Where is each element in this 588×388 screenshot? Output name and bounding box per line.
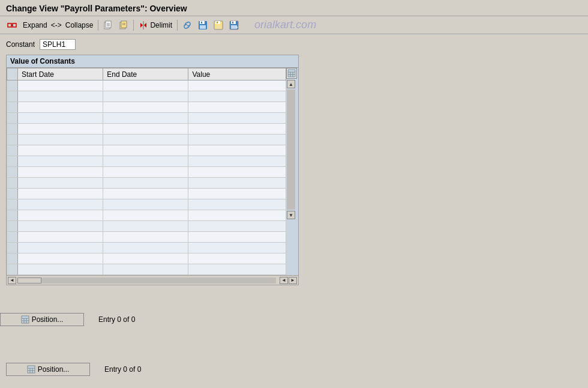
table-row[interactable] (7, 91, 286, 102)
cell-end-date[interactable] (103, 124, 188, 135)
cell-value[interactable] (188, 91, 286, 102)
table-row[interactable] (7, 264, 286, 275)
cell-start-date[interactable] (18, 113, 103, 124)
cell-value[interactable] (188, 145, 286, 156)
table-row[interactable] (7, 124, 286, 135)
cell-end-date[interactable] (103, 189, 188, 199)
table-row[interactable] (7, 135, 286, 145)
row-selector-cell (7, 253, 18, 264)
cell-start-date[interactable] (18, 243, 103, 253)
cell-end-date[interactable] (103, 91, 188, 102)
cell-start-date[interactable] (18, 156, 103, 167)
cell-value[interactable] (188, 135, 286, 145)
table-row[interactable] (7, 145, 286, 156)
cell-end-date[interactable] (103, 145, 188, 156)
row-selector-header (7, 68, 18, 80)
link-button[interactable] (180, 19, 194, 31)
cell-start-date[interactable] (18, 221, 103, 232)
table-row[interactable] (7, 178, 286, 189)
table-row[interactable] (7, 156, 286, 167)
table-row[interactable] (7, 221, 286, 232)
cell-value[interactable] (188, 253, 286, 264)
cell-end-date[interactable] (103, 156, 188, 167)
table-row[interactable] (7, 80, 286, 91)
cell-value[interactable] (188, 102, 286, 113)
cell-value[interactable] (188, 232, 286, 243)
cell-value[interactable] (188, 80, 286, 91)
column-settings-icon[interactable] (286, 68, 297, 79)
position-button-fixed[interactable]: Position... (6, 363, 90, 376)
scroll-down-btn[interactable]: ▼ (287, 211, 295, 219)
cell-start-date[interactable] (18, 102, 103, 113)
cell-start-date[interactable] (18, 80, 103, 91)
save-button-1[interactable] (196, 19, 210, 31)
cell-end-date[interactable] (103, 113, 188, 124)
cell-end-date[interactable] (103, 178, 188, 189)
cell-start-date[interactable] (18, 145, 103, 156)
copy-doc-button-1[interactable] (101, 19, 115, 31)
cell-value[interactable] (188, 113, 286, 124)
cell-value[interactable] (188, 189, 286, 199)
cell-value[interactable] (188, 221, 286, 232)
collapse-button[interactable]: Collapse (63, 20, 96, 31)
cell-start-date[interactable] (18, 91, 103, 102)
row-selector-cell (7, 232, 18, 243)
cell-value[interactable] (188, 156, 286, 167)
cell-start-date[interactable] (18, 210, 103, 221)
table-row[interactable] (7, 210, 286, 221)
cell-end-date[interactable] (103, 199, 188, 210)
cell-start-date[interactable] (18, 135, 103, 145)
table-row[interactable] (7, 253, 286, 264)
cell-end-date[interactable] (103, 264, 188, 275)
scroll-left-btn[interactable]: ◄ (8, 277, 16, 284)
position-button[interactable]: Position... (0, 313, 84, 326)
row-selector-cell (7, 189, 18, 199)
cell-value[interactable] (188, 243, 286, 253)
delimit-button[interactable]: Delimit (136, 19, 175, 31)
cell-end-date[interactable] (103, 102, 188, 113)
cell-start-date[interactable] (18, 199, 103, 210)
cell-value[interactable] (188, 178, 286, 189)
table-row[interactable] (7, 243, 286, 253)
cell-end-date[interactable] (103, 253, 188, 264)
cell-value[interactable] (188, 199, 286, 210)
cell-end-date[interactable] (103, 135, 188, 145)
col-header-value: Value (188, 68, 286, 80)
cell-start-date[interactable] (18, 178, 103, 189)
table-row[interactable] (7, 102, 286, 113)
table-section: Value of Constants Start Date End Date (6, 55, 299, 285)
table-row[interactable] (7, 167, 286, 178)
scroll-right-btn-2[interactable]: ► (289, 277, 297, 284)
table-row[interactable] (7, 189, 286, 199)
cell-start-date[interactable] (18, 264, 103, 275)
cell-value[interactable] (188, 210, 286, 221)
position-icon (21, 315, 29, 324)
cell-value[interactable] (188, 264, 286, 275)
save-button-2[interactable] (211, 19, 226, 31)
constant-row: Constant SPLH1 (6, 39, 582, 50)
scroll-up-btn[interactable]: ▲ (287, 80, 295, 88)
cell-end-date[interactable] (103, 243, 188, 253)
table-row[interactable] (7, 199, 286, 210)
expand-collapse-icon-btn[interactable] (5, 19, 19, 31)
svg-rect-38 (28, 366, 35, 373)
cell-start-date[interactable] (18, 253, 103, 264)
scroll-right-btn-1[interactable]: ◄ (280, 277, 288, 284)
cell-start-date[interactable] (18, 167, 103, 178)
cell-end-date[interactable] (103, 232, 188, 243)
cell-start-date[interactable] (18, 232, 103, 243)
constant-value-field[interactable]: SPLH1 (40, 39, 76, 50)
copy-doc-button-2[interactable] (116, 19, 131, 31)
cell-start-date[interactable] (18, 124, 103, 135)
expand-button[interactable]: Expand (20, 20, 50, 31)
cell-end-date[interactable] (103, 167, 188, 178)
cell-start-date[interactable] (18, 189, 103, 199)
cell-end-date[interactable] (103, 80, 188, 91)
cell-value[interactable] (188, 167, 286, 178)
cell-end-date[interactable] (103, 210, 188, 221)
table-row[interactable] (7, 113, 286, 124)
cell-end-date[interactable] (103, 221, 188, 232)
save-button-3[interactable]: + (227, 19, 241, 31)
table-row[interactable] (7, 232, 286, 243)
cell-value[interactable] (188, 124, 286, 135)
